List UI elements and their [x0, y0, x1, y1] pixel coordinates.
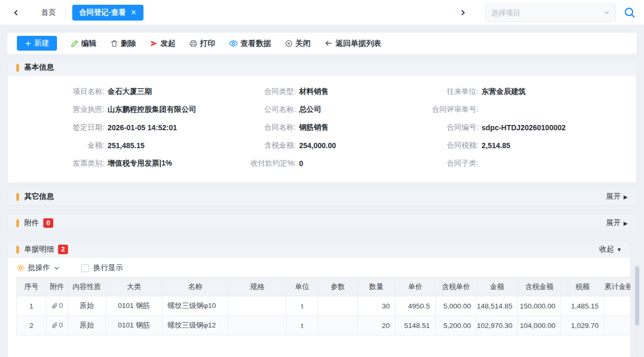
print-button[interactable]: 打印	[189, 38, 215, 49]
field-value: 0	[299, 159, 303, 168]
col-header-price-with-tax: 含税单价	[436, 277, 477, 296]
field-label: 合同税额:	[390, 141, 478, 150]
project-select-input[interactable]	[491, 8, 603, 17]
field-label: 合同类型:	[208, 87, 296, 97]
field-label: 合同编号:	[390, 123, 478, 132]
batch-operations-label: 批操作	[28, 263, 50, 273]
cell-seq: 2	[17, 316, 46, 335]
delete-button[interactable]: 删除	[110, 38, 136, 49]
expand-label: 展开	[606, 218, 621, 228]
circle-x-icon	[285, 40, 293, 47]
cell-category: 0101 钢筋	[106, 316, 162, 335]
cell-seq: 1	[17, 296, 46, 316]
info-row: 签定日期:2026-01-05 14:52:01 合同名称:钢筋销售 合同编号:…	[8, 119, 636, 137]
other-info-expand-toggle[interactable]: 展开 ▶	[606, 192, 628, 201]
wrap-display-checkbox[interactable]	[81, 264, 89, 272]
active-tab-label: 合同登记-查看	[79, 8, 126, 17]
field-label: 发票类别:	[8, 159, 104, 168]
cell-content-nature: 原始	[68, 316, 106, 335]
expand-label: 展开	[606, 192, 621, 201]
field-label: 含税金额:	[208, 141, 296, 150]
field-value: 增值税专用发票|1%	[108, 159, 172, 168]
field-label: 签定日期:	[8, 123, 104, 132]
col-header-seq: 序号	[17, 277, 46, 296]
col-header-amount-with-tax: 含税金额	[518, 277, 561, 296]
cell-param	[319, 316, 358, 335]
tab-contract-register-view[interactable]: 合同登记-查看 ✕	[72, 5, 143, 21]
attachments-header[interactable]: 附件 0 展开 ▶	[8, 215, 636, 231]
chevron-down-icon	[53, 265, 60, 272]
field-value: 251,485.15	[108, 141, 145, 150]
batch-operations-button[interactable]: 批操作	[16, 263, 60, 273]
pencil-icon	[71, 40, 79, 47]
col-header-unit: 单位	[286, 277, 319, 296]
detail-title: 单据明细	[24, 245, 54, 254]
info-row: 发票类别:增值税专用发票|1% 收付款约定%:0 合同子类:	[8, 155, 636, 172]
attachments-section[interactable]: 附件 0 展开 ▶	[7, 214, 637, 232]
field-label: 合同评审单号:	[390, 105, 478, 114]
info-row: 金额:251,485.15 含税金额:254,000.00 合同税额:2,514…	[8, 137, 636, 155]
field-value: 2026-01-05 14:52:01	[108, 123, 177, 132]
field-label: 项目名称:	[8, 87, 104, 97]
attachments-title: 附件	[24, 218, 39, 228]
search-icon[interactable]	[623, 6, 636, 18]
cell-name: 螺纹三级钢φ10	[162, 296, 228, 316]
attachments-expand-toggle[interactable]: 展开 ▶	[606, 218, 628, 228]
cell-price-with-tax: 5,000.00	[436, 296, 477, 316]
field-label: 往来单位:	[390, 87, 478, 97]
cell-qty: 20	[358, 316, 396, 335]
top-tab-bar: 首页 合同登记-查看 ✕	[0, 0, 644, 25]
col-header-tax: 税额	[561, 277, 604, 296]
col-header-price: 单价	[396, 277, 436, 296]
close-button[interactable]: 关闭	[285, 38, 311, 49]
field-label: 收付款约定%:	[208, 159, 296, 168]
attachment-link[interactable]: 0	[51, 302, 63, 310]
wrap-display-control: 换行显示	[81, 263, 123, 273]
cell-cumulative	[604, 316, 631, 335]
tabs-scroll-right-icon[interactable]	[457, 6, 469, 19]
info-row: 项目名称:金石大厦三期 合同类型:材料销售 往来单位:东营金辰建筑	[8, 83, 636, 101]
info-row: 营业执照:山东鹏程控股集团有限公司 公司名称:总公司 合同评审单号:	[8, 101, 636, 119]
trash-icon	[110, 40, 118, 47]
tab-close-icon[interactable]: ✕	[131, 8, 137, 16]
detail-header[interactable]: 单据明细 2 收起 ▼	[8, 241, 630, 258]
field-label: 营业执照:	[8, 105, 104, 114]
cell-amount: 102,970.30	[477, 316, 518, 335]
cell-tax: 1,485.15	[561, 296, 604, 316]
cell-amount-with-tax: 150,000.00	[518, 296, 561, 316]
detail-collapse-toggle[interactable]: 收起 ▼	[599, 245, 622, 254]
scrollbar-thumb[interactable]	[635, 266, 639, 325]
section-marker	[16, 219, 19, 227]
new-button[interactable]: 新建	[17, 36, 57, 51]
col-header-cumulative: 累计金额	[604, 277, 631, 296]
vertical-scrollbar[interactable]	[635, 266, 639, 357]
field-value: 钢筋销售	[299, 123, 329, 132]
plus-icon	[25, 40, 32, 47]
field-label: 公司名称:	[208, 105, 296, 114]
table-row[interactable]: 1 0 原始 0101 钢筋 螺纹三级钢φ10 t 30 4950.5	[17, 296, 631, 316]
initiate-button[interactable]: 发起	[150, 38, 176, 49]
tab-home[interactable]: 首页	[34, 8, 63, 17]
cell-amount: 148,514.85	[477, 296, 518, 316]
attachment-count: 0	[59, 302, 63, 310]
back-to-list-button[interactable]: 返回单据列表	[324, 38, 381, 49]
col-header-amount: 金额	[477, 277, 518, 296]
cell-spec	[228, 296, 286, 316]
tabs-scroll-left-icon[interactable]	[9, 6, 22, 19]
attachment-link[interactable]: 0	[51, 321, 63, 329]
detail-table: 序号 附件 内容性质 大类 名称 规格 单位 参数 数量 单价 含税单价 金额 …	[16, 277, 631, 335]
back-to-list-button-label: 返回单据列表	[335, 38, 381, 49]
cell-name: 螺纹三级钢φ12	[162, 316, 228, 335]
cell-category: 0101 钢筋	[106, 296, 162, 316]
field-label: 合同名称:	[208, 123, 296, 132]
topbar-right-group	[457, 4, 636, 22]
field-value: 金石大厦三期	[108, 87, 152, 97]
project-select[interactable]	[485, 4, 616, 22]
other-info-header[interactable]: 其它信息 展开 ▶	[8, 188, 636, 205]
cell-content-nature: 原始	[68, 296, 106, 316]
table-row[interactable]: 2 0 原始 0101 钢筋 螺纹三级钢φ12 t 20 5148.51	[17, 316, 631, 335]
view-data-button[interactable]: 查看数据	[229, 38, 271, 49]
edit-button[interactable]: 编辑	[71, 38, 97, 49]
other-info-section[interactable]: 其它信息 展开 ▶	[7, 188, 637, 206]
other-info-title: 其它信息	[24, 192, 54, 201]
